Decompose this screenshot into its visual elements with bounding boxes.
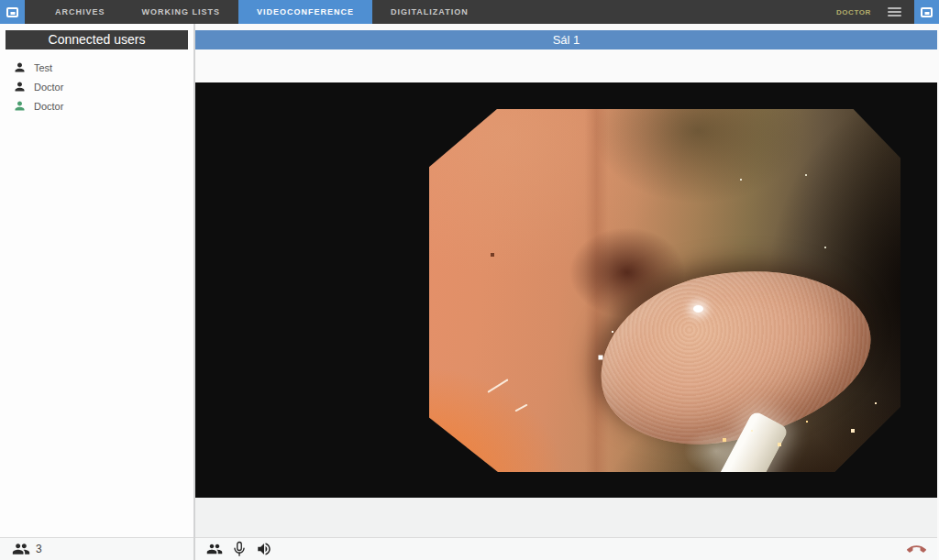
group-icon: [12, 540, 30, 558]
panel-toggle-left-button[interactable]: [0, 0, 25, 24]
participants-icon[interactable]: [206, 541, 223, 557]
user-row[interactable]: Test: [0, 58, 193, 77]
endoscopy-video-frame: [429, 109, 900, 472]
user-row[interactable]: Doctor: [0, 96, 193, 115]
hang-up-icon[interactable]: [907, 540, 926, 559]
person-icon: [13, 60, 27, 74]
content-area: Connected users Test Doctor Doctor 3: [0, 24, 939, 560]
app-window: ARCHIVES WORKING LISTS VIDEOCONFERENCE D…: [0, 0, 939, 560]
user-name: Doctor: [34, 101, 63, 112]
sidebar-footer: 3: [0, 537, 193, 560]
user-name: Doctor: [34, 82, 63, 93]
panel-toggle-right-button[interactable]: [914, 0, 939, 24]
connected-count: 3: [36, 543, 42, 555]
tab-digitalization[interactable]: DIGITALIZATION: [372, 0, 487, 24]
microphone-icon[interactable]: [231, 541, 248, 557]
call-controls: [195, 537, 937, 560]
light-streak: [514, 403, 527, 412]
tab-working-lists[interactable]: WORKING LISTS: [124, 0, 239, 24]
person-icon: [13, 99, 27, 113]
user-list: Test Doctor Doctor: [0, 58, 193, 115]
room-title-bar: Sál 1: [195, 30, 937, 49]
main-tabs: ARCHIVES WORKING LISTS VIDEOCONFERENCE D…: [37, 0, 487, 24]
topbar: ARCHIVES WORKING LISTS VIDEOCONFERENCE D…: [0, 0, 939, 24]
light-reflection: [693, 305, 703, 313]
video-area: [195, 82, 937, 498]
speaker-icon[interactable]: [256, 541, 272, 557]
tab-archives[interactable]: ARCHIVES: [37, 0, 124, 24]
logged-in-user-label: DOCTOR: [836, 8, 886, 16]
tab-videoconference[interactable]: VIDEOCONFERENCE: [238, 0, 372, 24]
video-lower-margin: [195, 498, 937, 537]
window-panel-icon: [6, 7, 18, 17]
window-panel-icon: [921, 7, 933, 17]
hamburger-menu-icon[interactable]: [886, 2, 914, 22]
person-icon: [13, 80, 27, 93]
polyp-tissue: [586, 250, 884, 462]
light-streak: [487, 379, 508, 392]
user-name: Test: [34, 62, 52, 73]
conference-panel: Sál 1: [195, 24, 939, 560]
connected-users-title: Connected users: [6, 30, 188, 49]
user-row[interactable]: Doctor: [0, 77, 193, 96]
connected-users-panel: Connected users Test Doctor Doctor 3: [0, 24, 195, 560]
